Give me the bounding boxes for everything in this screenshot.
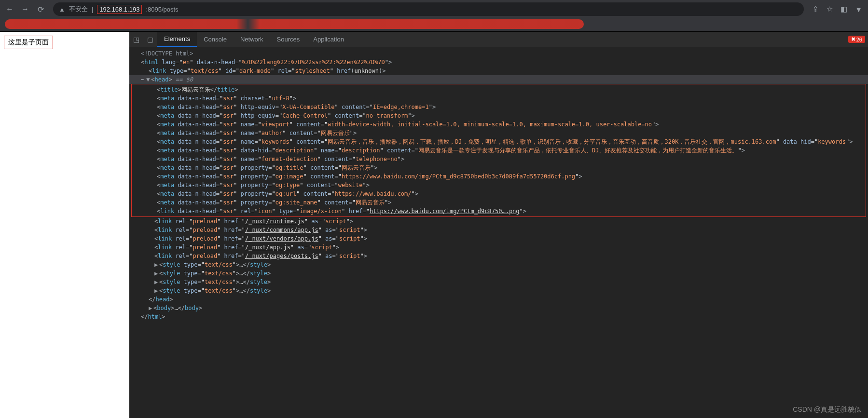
devtools-tabs: ◳ ▢ Elements Console Network Sources App… <box>129 32 868 47</box>
reload-button[interactable]: ⟳ <box>34 2 47 16</box>
tab-sources[interactable]: Sources <box>270 32 307 47</box>
preload-4[interactable]: <link rel="preload" href="/_nuxt/app.js"… <box>129 243 868 252</box>
filter-icon[interactable]: ▼ <box>852 5 865 13</box>
meta-keywords[interactable]: <meta data-n-head="ssr" name="keywords" … <box>132 137 866 146</box>
link-icon[interactable]: <link data-n-head="ssr" rel="icon" type=… <box>132 207 866 216</box>
style-4[interactable]: ▶<style type="text/css">…</style> <box>129 286 868 295</box>
preload-2[interactable]: <link rel="preload" href="/_nuxt/commons… <box>129 226 868 234</box>
star-icon[interactable]: ☆ <box>824 5 836 13</box>
address-bar[interactable]: ▲ 不安全 | 192.168.1.193:8095/posts <box>53 2 804 16</box>
style-2[interactable]: ▶<style type="text/css">…</style> <box>129 269 868 278</box>
back-button[interactable]: ← <box>3 2 16 16</box>
meta-og-image[interactable]: <meta data-n-head="ssr" property="og:ima… <box>132 172 866 181</box>
meta-og-url[interactable]: <meta data-n-head="ssr" property="og:url… <box>132 189 866 198</box>
url-path: :8095/posts <box>146 6 178 13</box>
style-3[interactable]: ▶<style type="text/css">…</style> <box>129 278 868 286</box>
link-dark[interactable]: <link type="text/css" id="dark-mode" rel… <box>129 67 868 75</box>
preload-3[interactable]: <link rel="preload" href="/_nuxt/vendors… <box>129 234 868 243</box>
meta-description[interactable]: <meta data-n-head="ssr" data-hid="descri… <box>132 146 866 155</box>
meta-format[interactable]: <meta data-n-head="ssr" name="format-det… <box>132 155 866 163</box>
html-close[interactable]: </html> <box>129 312 868 321</box>
page-viewport: 这里是子页面 <box>0 32 129 418</box>
preload-5[interactable]: <link rel="preload" href="/_nuxt/pages/p… <box>129 252 868 260</box>
extension-icon[interactable]: ◧ <box>838 5 850 13</box>
preload-1[interactable]: <link rel="preload" href="/_nuxt/runtime… <box>129 217 868 226</box>
head-close[interactable]: </head> <box>129 295 868 304</box>
html-open[interactable]: <html lang="en" data-n-head="%7B%22lang%… <box>129 58 868 67</box>
tab-console[interactable]: Console <box>197 32 234 47</box>
style-1[interactable]: ▶<style type="text/css">…</style> <box>129 260 868 269</box>
meta-cache[interactable]: <meta data-n-head="ssr" http-equiv="Cach… <box>132 111 866 120</box>
tab-application[interactable]: Application <box>306 32 351 47</box>
head-open[interactable]: ▼<head> == $0 <box>129 75 868 84</box>
inspect-icon[interactable]: ◳ <box>129 36 143 43</box>
page-text: 这里是子页面 <box>4 36 53 49</box>
bookmark-bar <box>0 18 868 32</box>
watermark: CSDN @真是远胜貌似 <box>793 405 861 414</box>
error-badge[interactable]: ✖ 26 <box>848 36 865 43</box>
tab-elements[interactable]: Elements <box>157 32 197 47</box>
security-label: 不安全 <box>69 5 88 13</box>
meta-og-site[interactable]: <meta data-n-head="ssr" property="og:sit… <box>132 198 866 207</box>
elements-panel[interactable]: <!DOCTYPE html> <html lang="en" data-n-h… <box>129 47 868 418</box>
main-area: 这里是子页面 ◳ ▢ Elements Console Network Sour… <box>0 32 868 418</box>
head-contents-highlight: <title>网易云音乐</title> <meta data-n-head="… <box>131 84 866 217</box>
meta-charset[interactable]: <meta data-n-head="ssr" charset="utf-8"> <box>132 94 866 103</box>
meta-ua[interactable]: <meta data-n-head="ssr" http-equiv="X-UA… <box>132 103 866 111</box>
warning-icon: ▲ <box>59 6 65 13</box>
title-line[interactable]: <title>网易云音乐</title> <box>132 85 866 94</box>
share-icon[interactable]: ⇪ <box>810 5 822 13</box>
body-line[interactable]: ▶<body>…</body> <box>129 304 868 312</box>
tab-network[interactable]: Network <box>234 32 270 47</box>
doctype-line[interactable]: <!DOCTYPE html> <box>129 49 868 58</box>
devtools: ◳ ▢ Elements Console Network Sources App… <box>129 32 868 418</box>
browser-toolbar: ← → ⟳ ▲ 不安全 | 192.168.1.193:8095/posts ⇪… <box>0 0 868 18</box>
meta-viewport[interactable]: <meta data-n-head="ssr" name="viewport" … <box>132 120 866 129</box>
forward-button[interactable]: → <box>18 2 32 16</box>
url-divider: | <box>92 6 93 13</box>
meta-og-title[interactable]: <meta data-n-head="ssr" property="og:tit… <box>132 163 866 172</box>
meta-og-type[interactable]: <meta data-n-head="ssr" property="og:typ… <box>132 181 866 189</box>
url-host: 192.168.1.193 <box>97 5 142 14</box>
device-icon[interactable]: ▢ <box>143 36 157 43</box>
redaction-overlay <box>5 19 584 29</box>
meta-author[interactable]: <meta data-n-head="ssr" name="author" co… <box>132 129 866 137</box>
